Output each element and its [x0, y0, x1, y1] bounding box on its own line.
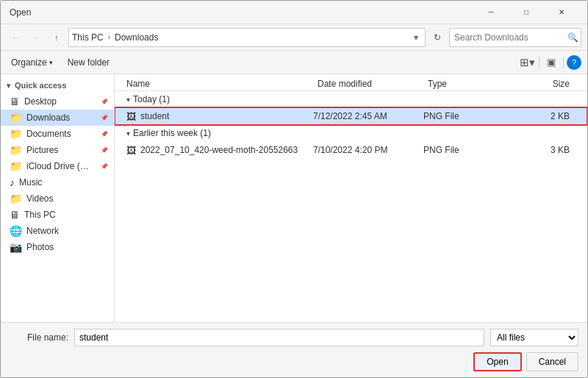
file-type-student: PNG File [423, 111, 497, 121]
sidebar-this-pc-label: This PC [24, 210, 56, 220]
filename-label: File name: [10, 332, 68, 343]
col-header-type[interactable]: Type [428, 79, 501, 89]
pin-icon: 📌 [101, 99, 108, 105]
sidebar-pictures-label: Pictures [26, 145, 58, 155]
pictures-folder-icon: 📁 [10, 144, 22, 156]
file-area: Name Date modified Type Size ▾ Today (1)… [115, 74, 587, 322]
address-content: This PC › Downloads [72, 32, 410, 43]
col-header-size[interactable]: Size [501, 79, 576, 89]
sidebar-item-photos[interactable]: 📷 Photos [1, 239, 114, 255]
file-date-weedmoth: 7/10/2022 4:20 PM [313, 145, 423, 155]
window-controls: ─ □ ✕ [474, 5, 578, 20]
pin-icon-documents: 📌 [101, 131, 108, 138]
up-button[interactable]: ↑ [48, 29, 65, 46]
toolbar: Organize ▾ New folder ⊞▾ ▣ ? [1, 51, 587, 74]
col-header-date[interactable]: Date modified [318, 79, 428, 89]
col-header-name[interactable]: Name [126, 79, 318, 89]
sidebar-documents-label: Documents [26, 129, 71, 139]
open-button[interactable]: Open [473, 352, 521, 371]
earlier-chevron: ▾ [126, 129, 130, 138]
help-button[interactable]: ? [567, 55, 581, 70]
column-headers: Name Date modified Type Size [115, 77, 587, 91]
sidebar-item-network[interactable]: 🌐 Network [1, 223, 114, 239]
sidebar-quick-access-header: ▾ Quick access [1, 77, 114, 93]
search-icon: 🔍 [567, 32, 578, 43]
sidebar-quick-access-label: Quick access [15, 81, 66, 90]
file-row-student[interactable]: 🖼 student 7/12/2022 2:45 AM PNG File 2 K… [115, 107, 587, 125]
toolbar-separator [539, 57, 539, 68]
toolbar-right: ⊞▾ ▣ ? [518, 54, 581, 71]
file-name-weedmoth: 2022_07_10_420-weed-moth-20552663 [140, 145, 298, 155]
sidebar-network-label: Network [26, 226, 59, 236]
back-button[interactable]: ← [7, 29, 24, 46]
today-chevron: ▾ [126, 96, 130, 104]
sidebar: ▾ Quick access 🖥 Desktop 📌 📁 Downloads 📌… [1, 74, 115, 322]
file-name-student: student [140, 111, 169, 121]
file-size-student: 2 KB [497, 111, 576, 121]
desktop-icon: 🖥 [10, 96, 20, 107]
sidebar-item-videos[interactable]: 📁 Videos [1, 190, 114, 207]
documents-folder-icon: 📁 [10, 128, 22, 140]
sidebar-downloads-label: Downloads [26, 113, 70, 123]
downloads-folder-icon: 📁 [10, 112, 22, 124]
earlier-label: Earlier this week (1) [133, 128, 211, 138]
preview-pane-button[interactable]: ▣ [542, 54, 560, 71]
file-icon-student: 🖼 [126, 111, 136, 122]
file-date-student: 7/12/2022 2:45 AM [313, 111, 423, 121]
icloud-folder-icon: 📁 [10, 160, 22, 172]
main-area: ▾ Quick access 🖥 Desktop 📌 📁 Downloads 📌… [1, 74, 587, 322]
title-bar: Open ─ □ ✕ [1, 1, 587, 24]
pin-icon-icloud: 📌 [101, 163, 108, 170]
dialog-title: Open [10, 7, 31, 18]
sidebar-music-label: Music [19, 177, 42, 188]
filetype-select[interactable]: All files [490, 329, 578, 346]
organize-chevron: ▾ [49, 59, 53, 66]
address-separator: › [108, 33, 110, 41]
bottom-bar: File name: All files Open Cancel [1, 322, 587, 377]
file-name-col-weedmoth: 🖼 2022_07_10_420-weed-moth-20552663 [126, 145, 313, 156]
new-folder-button[interactable]: New folder [63, 56, 114, 69]
refresh-button[interactable]: ↻ [429, 29, 446, 46]
pin-icon-downloads: 📌 [101, 115, 108, 121]
pin-icon-pictures: 📌 [101, 147, 108, 154]
section-today[interactable]: ▾ Today (1) [115, 91, 587, 107]
sidebar-item-this-pc[interactable]: 🖥 This PC [1, 207, 114, 223]
sidebar-item-desktop[interactable]: 🖥 Desktop 📌 [1, 93, 114, 110]
photos-icon: 📷 [10, 241, 22, 253]
search-input[interactable] [454, 32, 564, 43]
section-earlier[interactable]: ▾ Earlier this week (1) [115, 125, 587, 141]
forward-button[interactable]: → [27, 29, 45, 46]
toolbar-separator-2 [563, 57, 564, 68]
view-options-button[interactable]: ⊞▾ [518, 54, 536, 71]
sidebar-item-documents[interactable]: 📁 Documents 📌 [1, 126, 114, 142]
filename-input[interactable] [74, 329, 484, 346]
sidebar-item-music[interactable]: ♪ Music [1, 174, 114, 190]
sidebar-item-pictures[interactable]: 📁 Pictures 📌 [1, 142, 114, 158]
sidebar-item-downloads[interactable]: 📁 Downloads 📌 [1, 110, 114, 126]
file-name-col-student: 🖼 student [126, 111, 313, 122]
action-row: Open Cancel [10, 352, 578, 371]
search-bar[interactable]: 🔍 [449, 28, 581, 47]
close-button[interactable]: ✕ [545, 5, 578, 20]
address-bar[interactable]: This PC › Downloads ▾ [68, 28, 426, 47]
file-row-weedmoth[interactable]: 🖼 2022_07_10_420-weed-moth-20552663 7/10… [115, 141, 587, 159]
address-folder: Downloads [115, 32, 158, 43]
sidebar-desktop-label: Desktop [24, 96, 57, 107]
sidebar-videos-label: Videos [26, 193, 53, 204]
organize-button[interactable]: Organize ▾ [7, 56, 57, 69]
maximize-button[interactable]: □ [509, 5, 543, 20]
today-label: Today (1) [133, 94, 170, 104]
this-pc-icon: 🖥 [10, 209, 20, 221]
file-icon-weedmoth: 🖼 [126, 145, 136, 156]
filename-row: File name: All files [10, 329, 578, 346]
file-type-weedmoth: PNG File [423, 145, 497, 155]
videos-folder-icon: 📁 [10, 193, 22, 204]
navigation-bar: ← → ↑ This PC › Downloads ▾ ↻ 🔍 [1, 24, 587, 51]
sidebar-item-icloud[interactable]: 📁 iCloud Drive (Me 📌 [1, 158, 114, 174]
minimize-button[interactable]: ─ [474, 5, 508, 20]
cancel-button[interactable]: Cancel [526, 352, 578, 371]
sidebar-photos-label: Photos [26, 242, 54, 252]
address-this-pc: This PC [72, 32, 104, 43]
address-dropdown-button[interactable]: ▾ [410, 32, 422, 43]
sidebar-icloud-label: iCloud Drive (Me [26, 161, 89, 171]
